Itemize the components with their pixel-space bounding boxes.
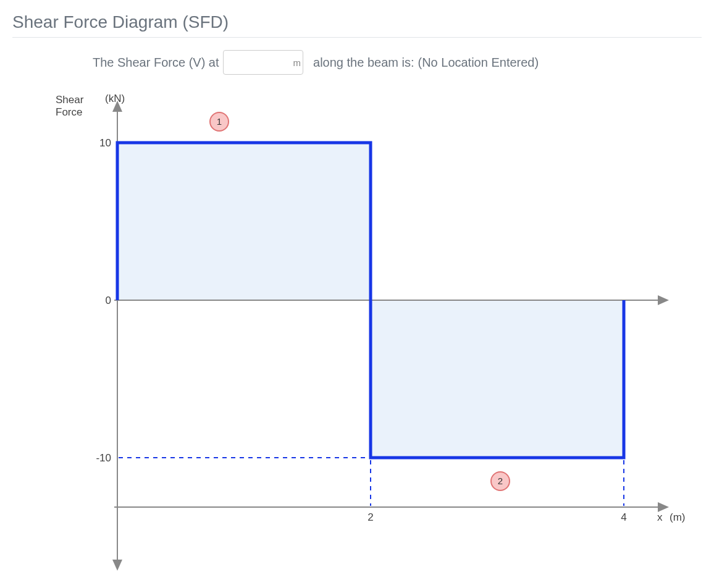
x-axis-zero-arrow	[658, 295, 669, 305]
y-axis-unit: (kN)	[105, 93, 125, 104]
ytick-10: 10	[99, 137, 111, 149]
location-input[interactable]	[223, 50, 303, 75]
sfd-chart: 10 0 -10 2 4 Shear Force (kN) x (m) 1 2	[12, 87, 692, 575]
marker-1-label: 1	[217, 116, 222, 127]
ytick-neg10: -10	[96, 452, 111, 464]
y-axis-arrow-down	[112, 560, 122, 571]
region-1-fill	[117, 143, 371, 300]
x-axis-unit: (m)	[670, 511, 685, 523]
prompt-suffix: along the beam is:	[313, 56, 414, 70]
prompt-status: (No Location Entered)	[418, 56, 539, 70]
shear-query-row: The Shear Force (V) at m along the beam …	[93, 50, 702, 75]
ytick-0: 0	[106, 295, 111, 306]
y-axis-name-2: Force	[56, 106, 82, 118]
xtick-4: 4	[621, 511, 626, 523]
marker-2[interactable]: 2	[491, 472, 510, 490]
xtick-2: 2	[368, 511, 373, 523]
prompt-prefix: The Shear Force (V) at	[93, 56, 219, 70]
marker-1[interactable]: 1	[210, 112, 229, 131]
region-2-fill	[371, 300, 624, 458]
y-axis-name-1: Shear	[56, 94, 84, 106]
x-axis-bottom-arrow	[658, 502, 669, 512]
page-title: Shear Force Diagram (SFD)	[12, 12, 702, 38]
x-axis-name: x	[657, 511, 663, 523]
marker-2-label: 2	[498, 476, 503, 486]
